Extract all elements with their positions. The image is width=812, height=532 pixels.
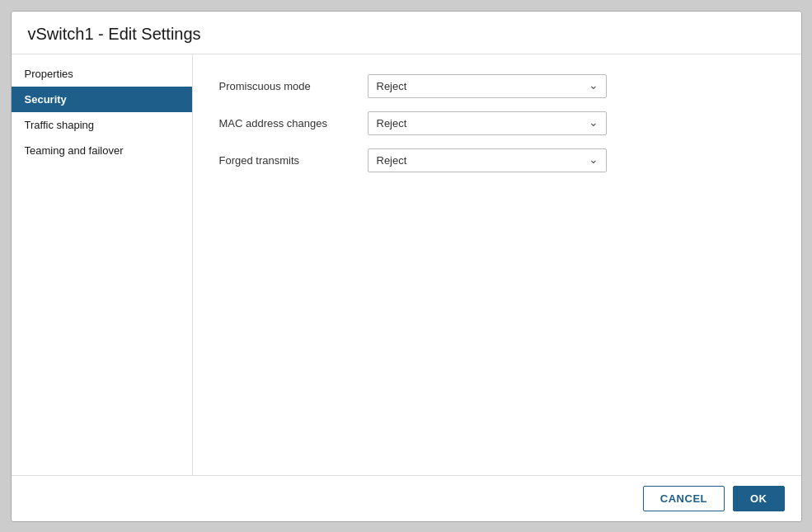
dialog-title: vSwitch1 - Edit Settings <box>28 25 785 44</box>
forged-transmits-label: Forged transmits <box>219 154 368 167</box>
sidebar-item-label: Teaming and failover <box>25 144 124 157</box>
dialog-header: vSwitch1 - Edit Settings <box>12 12 801 54</box>
sidebar-item-label: Security <box>25 93 67 106</box>
form-row-forged-transmits: Forged transmits Reject Accept <box>219 148 775 172</box>
sidebar-item-label: Properties <box>25 68 73 80</box>
dialog-body: Properties Security Traffic shaping Team… <box>12 54 801 475</box>
sidebar-item-traffic-shaping[interactable]: Traffic shaping <box>12 112 192 138</box>
edit-settings-dialog: vSwitch1 - Edit Settings Properties Secu… <box>11 11 802 522</box>
sidebar: Properties Security Traffic shaping Team… <box>12 54 193 475</box>
sidebar-item-teaming-and-failover[interactable]: Teaming and failover <box>12 138 192 163</box>
promiscuous-mode-select[interactable]: Reject Accept <box>368 74 607 98</box>
sidebar-item-label: Traffic shaping <box>25 119 95 131</box>
cancel-button[interactable]: CANCEL <box>643 486 725 511</box>
mac-address-changes-select-wrapper: Reject Accept <box>368 111 607 135</box>
main-content: Promiscuous mode Reject Accept MAC addre… <box>193 54 801 475</box>
promiscuous-mode-label: Promiscuous mode <box>219 80 368 92</box>
forged-transmits-select-wrapper: Reject Accept <box>368 148 607 172</box>
mac-address-changes-label: MAC address changes <box>219 117 368 129</box>
promiscuous-mode-select-wrapper: Reject Accept <box>368 74 607 98</box>
mac-address-changes-select[interactable]: Reject Accept <box>368 111 607 135</box>
dialog-footer: CANCEL OK <box>12 475 801 521</box>
form-row-mac-address-changes: MAC address changes Reject Accept <box>219 111 775 135</box>
sidebar-item-properties[interactable]: Properties <box>12 61 192 87</box>
sidebar-item-security[interactable]: Security <box>12 87 192 112</box>
form-row-promiscuous-mode: Promiscuous mode Reject Accept <box>219 74 775 98</box>
forged-transmits-select[interactable]: Reject Accept <box>368 148 607 172</box>
ok-button[interactable]: OK <box>733 486 785 511</box>
